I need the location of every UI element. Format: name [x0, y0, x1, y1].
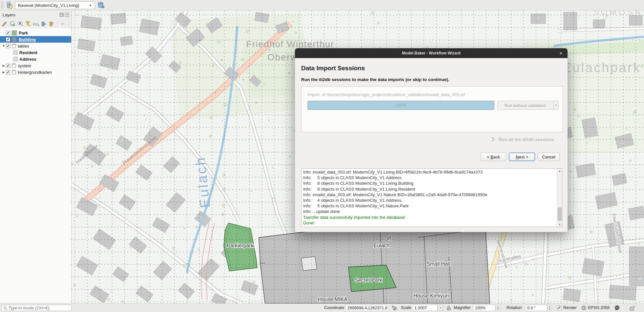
svg-text:×: ×	[214, 91, 217, 95]
group-item-tables[interactable]: ▼ ✓ tables	[0, 43, 71, 49]
extension-icon[interactable]	[629, 305, 635, 312]
locator-box[interactable]	[1, 305, 72, 311]
layer-item-park[interactable]: ✓ Park	[0, 30, 71, 36]
magnifier-input[interactable]: 100%	[473, 305, 496, 311]
run-without-validation-button[interactable]: Run without validation	[497, 101, 553, 110]
top-toolbar: Baseset (ModernCity_V1.Living) ▼	[0, 0, 644, 10]
coordinate-label: Coordinate	[324, 305, 344, 310]
status-bar: Coordinate 2699898.4,1262371.8 Scale 1:2…	[0, 303, 644, 312]
toolbar-drag-handle[interactable]	[1, 2, 4, 9]
collapse-arrow-icon[interactable]: ▼	[1, 44, 6, 48]
layer-label: Park	[19, 31, 28, 35]
log-output[interactable]: Info: invalid_data_003.xtf: ModernCity_V…	[301, 168, 562, 227]
run-all-sessions-row[interactable]: Run all the ili2db sessions	[295, 136, 554, 143]
dataset-manager-icon[interactable]	[97, 1, 106, 10]
page-subtitle: Run the ili2db sessions to make the data…	[301, 77, 449, 82]
layer-item-address[interactable]: Address	[0, 56, 71, 62]
layer-item-resident[interactable]: Resident	[0, 49, 71, 56]
svg-text:×: ×	[199, 38, 202, 43]
log-line: Info: 4 objects in CLASS ModernCity_V1.A…	[303, 198, 552, 203]
magnifier-label: Magnifier	[454, 305, 470, 310]
model-baker-icon[interactable]	[5, 1, 14, 10]
layers-panel-toolbar: ε »	[1, 20, 70, 28]
lock-scale-icon[interactable]	[447, 305, 451, 312]
log-line: Info: 8 objects in CLASS ModernCity_V1.L…	[303, 186, 552, 192]
toolbar-overflow-icon[interactable]: »	[59, 20, 66, 27]
add-group-icon[interactable]	[9, 20, 16, 27]
layer-item-building[interactable]: ✓ Building	[0, 36, 71, 43]
expand-arrow-icon[interactable]: ▶	[1, 71, 6, 74]
layers-panel-title: Layers	[3, 12, 15, 17]
group-label: tables	[18, 44, 29, 49]
rotation-input[interactable]: 0.0 °	[525, 305, 547, 311]
dialog-titlebar[interactable]: Model Baker - Workflow Wizard ✕	[295, 48, 568, 58]
expand-all-icon[interactable]	[41, 20, 47, 27]
database-star-icon	[6, 2, 13, 9]
layer-checkbox[interactable]: ✓	[6, 31, 10, 35]
workflow-wizard-dialog: Model Baker - Workflow Wizard ✕ Data Imp…	[295, 48, 568, 232]
rotation-label: Rotation	[507, 305, 522, 310]
float-panel-icon[interactable]	[60, 13, 64, 17]
group-icon	[12, 44, 16, 48]
crs-globe-icon[interactable]	[581, 305, 586, 311]
close-icon[interactable]: ✕	[558, 51, 564, 56]
tracking-extents-icon[interactable]	[392, 305, 397, 312]
layer-label: Address	[19, 57, 36, 62]
svg-text:×: ×	[221, 58, 223, 62]
label-eulachpark: Eulachpark	[562, 60, 641, 75]
scrollbar-thumb[interactable]	[558, 207, 562, 221]
svg-text:×: ×	[255, 100, 258, 105]
run-all-sessions-label: Run all the ili2db sessions	[498, 137, 554, 142]
layer-checkbox[interactable]: ✓	[6, 64, 10, 68]
label-building-eulach: Eulach	[374, 243, 390, 248]
rotation-spinner[interactable]: ▲▼	[547, 305, 552, 311]
scale-dropdown-icon[interactable]: ▼	[438, 305, 443, 311]
layer-checkbox[interactable]: ✓	[6, 44, 10, 48]
back-button[interactable]: < Back	[481, 153, 506, 161]
table-icon	[13, 50, 18, 55]
expand-arrow-icon[interactable]: ▶	[1, 64, 6, 67]
layer-swatch-park	[12, 31, 17, 35]
log-line: Done!	[303, 220, 552, 226]
log-line: Info: 5 objects in CLASS ModernCity_V1.A…	[303, 175, 552, 180]
chevron-right-icon	[491, 137, 496, 142]
group-icon	[12, 70, 16, 74]
group-icon	[12, 63, 16, 68]
layer-checkbox[interactable]: ✓	[6, 70, 10, 74]
group-item-system[interactable]: ▶ ✓ system	[0, 62, 71, 69]
svg-text:×: ×	[281, 28, 284, 33]
layer-label: Building	[19, 37, 36, 42]
database-stack-icon	[97, 1, 105, 9]
open-layer-styling-icon[interactable]	[1, 20, 8, 27]
filter-legend-icon[interactable]	[25, 20, 31, 27]
messages-icon[interactable]	[614, 305, 620, 312]
import-progress-bar: 100%	[307, 101, 494, 110]
next-button[interactable]: Next >	[509, 153, 535, 161]
log-scrollbar[interactable]: ▲ ▼	[557, 169, 562, 227]
layer-label: Resident	[19, 50, 37, 55]
dataset-combo[interactable]: Baseset (ModernCity_V1.Living) ▼	[15, 1, 95, 9]
label-house-mika: House MIKA	[318, 297, 347, 302]
scroll-down-icon[interactable]: ▼	[557, 222, 562, 227]
magnifier-spinner[interactable]: ▲▼	[496, 305, 500, 311]
log-lines: Info: invalid_data_003.xtf: ModernCity_V…	[303, 169, 552, 226]
collapse-all-icon[interactable]	[49, 20, 55, 27]
layer-checkbox[interactable]: ✓	[6, 37, 10, 42]
manage-visibility-icon[interactable]	[17, 20, 24, 27]
label-secret-park: Secret Park	[355, 277, 383, 283]
dialog-title: Model Baker - Workflow Wizard	[402, 51, 460, 55]
crs-status[interactable]: EPSG:2056	[588, 305, 610, 310]
expression-filter-icon[interactable]: ε	[33, 20, 39, 27]
close-panel-icon[interactable]: ✕	[65, 13, 69, 17]
group-item-hintergrundkarten[interactable]: ▶ ✓ Hintergrundkarten	[0, 69, 71, 75]
cancel-button[interactable]: Cancel	[538, 153, 560, 161]
log-line: Transfer data successfully imported into…	[303, 215, 552, 220]
run-options-dropdown[interactable]: ▼	[553, 101, 559, 110]
layers-tree: ✓ Park ✓ Building ▼ ✓ tables Resident	[0, 28, 71, 303]
scale-combo[interactable]: 1:2007	[412, 305, 438, 311]
scroll-up-icon[interactable]: ▲	[557, 169, 562, 173]
coordinate-input[interactable]: 2699898.4,1262371.8	[345, 305, 389, 311]
import-session-box: Import of /home/cheapdave/qgis_projects/…	[301, 86, 563, 132]
locator-input[interactable]	[9, 306, 68, 310]
render-checkbox[interactable]: ✓	[557, 306, 561, 310]
